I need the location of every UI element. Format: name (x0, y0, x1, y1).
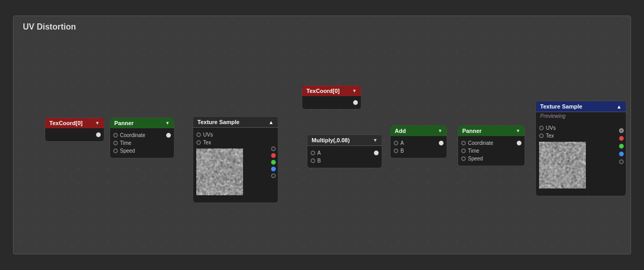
node-panner1-header: Panner ▼ (110, 118, 174, 128)
multiply-b-in[interactable] (311, 158, 315, 163)
chevron-icon: ▼ (165, 120, 170, 126)
node-texture-sample1-header: Texture Sample ▲ (193, 117, 278, 128)
add-b-in[interactable] (394, 148, 398, 153)
chevron-icon: ▼ (438, 128, 442, 133)
node-multiply-header: Multiply(,0.08) ▼ (307, 135, 382, 146)
multiply-a-in[interactable] (311, 151, 315, 155)
ts1-out-r[interactable] (271, 153, 276, 158)
node-texture-sample1[interactable]: Texture Sample ▲ UVs Tex (193, 116, 278, 203)
ts1-out-b[interactable] (271, 167, 276, 171)
node-add-header: Add ▼ (391, 126, 447, 136)
ts2-tex-row: Tex (536, 132, 617, 140)
texture-thumb1 (196, 148, 243, 195)
ts2-out-g[interactable] (619, 144, 624, 148)
node-add[interactable]: Add ▼ A B (390, 125, 447, 158)
node-canvas[interactable]: UV Distortion TexCoord[0] ▼ Panner (13, 16, 631, 254)
panner2-time-row: Time (458, 147, 525, 155)
texture-thumb2 (539, 142, 586, 188)
ts1-out-main[interactable] (271, 146, 276, 151)
multiply-out[interactable] (374, 151, 379, 155)
node-panner2[interactable]: Panner ▼ Coordinate Time Speed (458, 125, 525, 166)
panner1-time-pin-row: Time (110, 139, 174, 147)
texcoord2-out-pin-row (302, 99, 361, 106)
add-out[interactable] (439, 141, 444, 145)
node-multiply[interactable]: Multiply(,0.08) ▼ A B (307, 134, 382, 168)
texcoord1-out-pin[interactable] (96, 132, 101, 137)
coordinate-in-pin[interactable] (113, 133, 118, 138)
ts1-out-a[interactable] (271, 173, 276, 178)
node-texture-sample2[interactable]: Texture Sample ▲ Previewing UVs Tex (535, 101, 626, 196)
panner2-out[interactable] (517, 141, 521, 145)
panner2-speed-in[interactable] (461, 156, 466, 161)
ts1-tex-in[interactable] (196, 140, 201, 145)
panner2-speed-row: Speed (458, 155, 525, 163)
multiply-b-row: B (307, 157, 382, 165)
expand-icon[interactable]: ▲ (269, 119, 274, 125)
chevron-icon: ▼ (352, 88, 357, 93)
multiply-a-row: A (307, 149, 382, 157)
texcoord2-out-pin[interactable] (353, 100, 358, 105)
expand-icon[interactable]: ▲ (616, 104, 622, 110)
ts2-tex-in[interactable] (539, 133, 544, 138)
ts2-out-a[interactable] (619, 159, 624, 164)
ts1-uvs-in[interactable] (196, 132, 201, 137)
node-texcoord1-header: TexCoord[0] ▼ (45, 118, 104, 128)
panner1-coordinate-pin-row: Coordinate (110, 131, 174, 139)
add-b-row: B (391, 147, 447, 155)
node-texcoord2-header: TexCoord[0] ▼ (302, 86, 361, 96)
group-label: UV Distortion (23, 22, 76, 32)
ts1-uvs-row: UVs (193, 131, 269, 139)
ts2-uvs-in[interactable] (539, 126, 544, 130)
ts1-tex-row: Tex (193, 139, 269, 146)
add-a-row: A (391, 139, 447, 147)
ts2-out-main[interactable] (619, 128, 624, 133)
panner2-coordinate-row: Coordinate (458, 139, 525, 147)
node-texcoord1[interactable]: TexCoord[0] ▼ (45, 117, 104, 142)
chevron-icon: ▼ (516, 128, 520, 133)
node-panner1[interactable]: Panner ▼ Coordinate Time Speed (110, 117, 175, 158)
panner1-speed-pin-row: Speed (110, 147, 174, 155)
speed-in-pin[interactable] (113, 148, 118, 153)
time-in-pin[interactable] (113, 141, 118, 145)
ts2-uvs-row: UVs (536, 124, 617, 132)
panner2-coord-in[interactable] (461, 141, 466, 145)
node-texture-sample2-header: Texture Sample ▲ (536, 101, 626, 112)
ts1-out-g[interactable] (271, 160, 276, 165)
ts2-out-b[interactable] (619, 152, 624, 156)
panner1-out-pin[interactable] (166, 133, 171, 138)
chevron-icon: ▼ (95, 120, 100, 126)
node-texcoord2[interactable]: TexCoord[0] ▼ (302, 85, 361, 110)
add-a-in[interactable] (394, 141, 398, 145)
panner2-time-in[interactable] (461, 148, 466, 153)
ts2-out-r[interactable] (619, 136, 624, 141)
chevron-icon: ▼ (373, 138, 378, 143)
texcoord1-out-pin-row (45, 131, 104, 138)
previewing-label: Previewing (536, 112, 626, 121)
node-panner2-header: Panner ▼ (458, 126, 525, 136)
